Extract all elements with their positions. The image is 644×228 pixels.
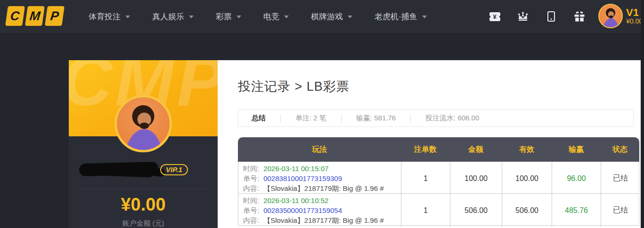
header-balance: ¥0.00	[626, 18, 643, 25]
status-cell: 已结	[601, 162, 640, 195]
col-header-status: 状态	[601, 137, 639, 162]
table-row: 时间: 2026-03-11 00:10:52 单号: 002835000017…	[238, 194, 639, 226]
divider	[410, 114, 411, 122]
bet-records-table: 玩法 注单数 金额 有效 输赢 状态 时间: 2026-03-11 00:15:…	[238, 137, 639, 226]
chevron-down-icon	[236, 16, 241, 18]
content-label: 内容:	[243, 183, 259, 193]
order-label: 单号:	[243, 173, 259, 183]
breadcrumb-title: 投注记录 > LB彩票	[238, 78, 350, 95]
divider	[80, 189, 206, 189]
summary-tab[interactable]: 总结	[252, 114, 266, 123]
col-header-win-lose: 输赢	[552, 137, 601, 162]
bet-content: 【Slovakia】2187179期: Big @ 1.96 #	[263, 183, 383, 193]
chevron-down-icon	[422, 16, 427, 18]
nav-item-lottery[interactable]: 彩票	[216, 11, 241, 22]
user-account-chip[interactable]: V1 ¥0.00	[598, 4, 643, 28]
chevron-down-icon	[284, 16, 289, 18]
bet-time: 2026-03-11 00:15:07	[263, 164, 328, 173]
bet-content: 【Slovakia】2187177期: Big @ 1.96 #	[263, 215, 383, 225]
valid-cell: 506.00	[502, 194, 552, 227]
vip-badge: VIP.1	[160, 164, 188, 175]
redacted-username	[79, 162, 165, 179]
summary-bet-count: 单注: 2 笔	[295, 114, 326, 123]
col-header-amount: 金额	[450, 137, 502, 162]
order-number-link[interactable]: 00283500001773159054	[263, 205, 342, 215]
bet-info-cell: 时间: 2026-03-11 00:10:52 单号: 002835000017…	[238, 194, 401, 227]
bet-count-cell: 1	[401, 162, 450, 195]
table-row: 时间: 2026-03-11 00:15:07 单号: 002838100017…	[238, 162, 639, 194]
main-panel: 投注记录 > LB彩票 总结 单注: 2 笔 输赢: 581.76 投注流水: …	[218, 60, 641, 228]
nav-item-sports[interactable]: 体育投注	[89, 11, 130, 22]
logo-letter-box: P	[45, 6, 65, 26]
divider	[280, 114, 281, 122]
status-cell: 已结	[601, 194, 640, 227]
nav-item-label: 彩票	[216, 11, 232, 22]
bet-time: 2026-03-11 00:10:52	[263, 196, 328, 205]
summary-bar: 总结 单注: 2 笔 输赢: 581.76 投注流水: 606.00	[238, 109, 634, 127]
logo-letter: C	[10, 9, 21, 24]
col-header-bet-count: 注单数	[401, 137, 450, 162]
bet-info-cell: 时间: 2026-03-11 00:15:07 单号: 002838100017…	[238, 162, 401, 195]
logo-letter: P	[49, 9, 59, 24]
chevron-down-icon	[348, 16, 352, 18]
logo-letter-box: M	[25, 6, 45, 26]
nav-item-label: 真人娱乐	[152, 11, 184, 22]
amount-cell: 100.00	[450, 162, 502, 195]
account-balance: ¥0.00	[69, 195, 218, 215]
profile-sidebar: CMP VIP.1 ¥0.00 账户金额 (元)	[69, 60, 218, 228]
header-icon-group: ¥	[489, 0, 585, 33]
profile-avatar[interactable]	[114, 95, 172, 152]
nav-item-slots-fishing[interactable]: 老虎机·捕鱼	[375, 11, 427, 22]
time-label: 时间:	[243, 196, 259, 205]
logo-letter: M	[29, 9, 41, 24]
order-label: 单号:	[243, 205, 259, 215]
account-balance-caption: 账户金额 (元)	[69, 219, 218, 228]
content-label: 内容:	[243, 215, 259, 225]
table-header-row: 玩法 注单数 金额 有效 输赢 状态	[238, 137, 639, 162]
summary-turnover: 投注流水: 606.00	[425, 114, 479, 123]
logo-letter-box: C	[5, 6, 25, 26]
nav-item-live-casino[interactable]: 真人娱乐	[152, 11, 194, 22]
user-meta: V1 ¥0.00	[626, 7, 643, 25]
page: C M P 体育投注 真人娱乐 彩票 电竞 棋牌游戏	[0, 0, 644, 228]
nav-item-label: 老虎机·捕鱼	[375, 11, 417, 22]
col-header-valid: 有效	[502, 137, 552, 162]
win-lose-cell: 96.00	[552, 162, 601, 195]
crown-icon[interactable]	[517, 11, 529, 22]
main-nav: 体育投注 真人娱乐 彩票 电竞 棋牌游戏 老虎机·捕鱼	[89, 0, 427, 33]
chevron-down-icon	[189, 16, 194, 18]
user-avatar	[598, 4, 623, 28]
nav-item-label: 体育投注	[89, 11, 121, 22]
time-label: 时间:	[243, 164, 259, 173]
divider	[341, 114, 342, 122]
col-header-play: 玩法	[238, 137, 401, 162]
yen-voucher-icon[interactable]: ¥	[489, 11, 500, 22]
amount-cell: 506.00	[450, 194, 502, 227]
mobile-icon[interactable]	[546, 11, 557, 22]
top-nav-bar: C M P 体育投注 真人娱乐 彩票 电竞 棋牌游戏	[0, 0, 644, 33]
nav-item-label: 电竞	[263, 11, 279, 22]
order-number-link[interactable]: 00283810001773159309	[263, 173, 342, 183]
summary-win-lose: 输赢: 581.76	[356, 114, 396, 123]
nav-item-esports[interactable]: 电竞	[263, 11, 289, 22]
bet-count-cell: 1	[401, 194, 450, 227]
vip-level-badge: V1	[626, 7, 643, 18]
chevron-down-icon	[125, 16, 130, 18]
valid-cell: 100.00	[502, 162, 552, 195]
right-edge-strip	[641, 0, 644, 228]
gift-icon[interactable]	[574, 11, 585, 22]
nav-item-board-games[interactable]: 棋牌游戏	[311, 11, 352, 22]
win-lose-cell: 485.76	[552, 194, 601, 227]
nav-item-label: 棋牌游戏	[311, 11, 343, 22]
brand-logo[interactable]: C M P	[7, 6, 63, 26]
